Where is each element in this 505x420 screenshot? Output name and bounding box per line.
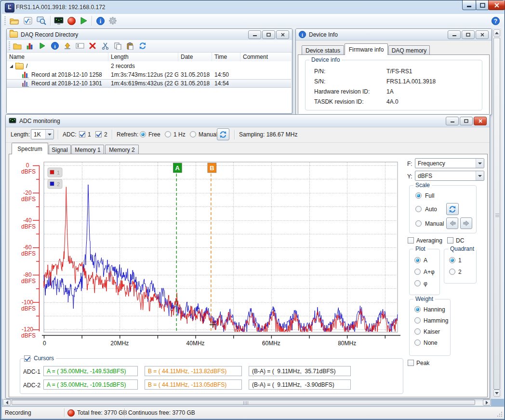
chevron-down-icon[interactable]: [476, 171, 484, 180]
tab-firmware-info[interactable]: Firmware info: [345, 43, 388, 55]
adc2-checkbox[interactable]: [95, 131, 102, 137]
close-button[interactable]: [488, 0, 505, 10]
scroll-down-button[interactable]: [493, 390, 500, 397]
adc-window-titlebar[interactable]: ADC monitoring: [6, 115, 490, 127]
chevron-down-icon[interactable]: [476, 159, 484, 168]
weight-none-radio[interactable]: [414, 339, 421, 346]
settings-button[interactable]: [107, 15, 119, 27]
dc-checkbox[interactable]: [447, 237, 453, 244]
copy-button[interactable]: [112, 40, 123, 52]
column-header-length[interactable]: Length: [108, 53, 178, 61]
spectrum-plot[interactable]: 0dBFS-20dBFS-40dBFS-60dBFS-80dBFS-100dBF…: [10, 157, 403, 350]
tab-daq-memory[interactable]: DAQ memory: [388, 45, 430, 55]
horizontal-scroll-thumb[interactable]: [12, 400, 475, 405]
field-label-sn: S/N:: [314, 78, 325, 85]
plot-phi-radio[interactable]: [414, 280, 421, 286]
vertical-scrollbar[interactable]: [492, 28, 501, 398]
preferences-button[interactable]: [22, 15, 34, 27]
scale-full-radio[interactable]: [415, 192, 422, 199]
device-browser-button[interactable]: [36, 15, 47, 27]
delete-button[interactable]: [87, 40, 98, 52]
open-folder-button[interactable]: [9, 15, 20, 27]
scale-left-button[interactable]: [446, 217, 458, 229]
length-combo[interactable]: 1K: [31, 129, 54, 139]
resize-grip[interactable]: [497, 411, 503, 417]
quadrant-2-radio[interactable]: [449, 269, 455, 275]
daq-window-titlebar[interactable]: DAQ Record Directory: [7, 29, 292, 41]
scale-group-title: Scale: [413, 182, 432, 189]
column-header-name[interactable]: Name: [7, 53, 108, 61]
column-header-date[interactable]: Date: [178, 53, 212, 61]
refresh-manual-radio[interactable]: [190, 131, 196, 137]
tree-expander-icon[interactable]: [10, 65, 13, 68]
device-minimize-button[interactable]: [448, 30, 461, 39]
scale-right-button[interactable]: [460, 217, 472, 229]
device-restore-button[interactable]: [462, 30, 475, 39]
table-row-record-1[interactable]: Record at 2018-12-10 1258 1m:3s:743ms:12…: [7, 70, 291, 79]
column-header-time[interactable]: Time: [212, 53, 240, 61]
adc1-checkbox[interactable]: [79, 131, 85, 137]
device-window-titlebar[interactable]: i Device Info: [296, 29, 492, 41]
toolbar-grip[interactable]: [9, 41, 10, 50]
scale-auto-refresh-button[interactable]: [446, 203, 459, 215]
tab-device-status[interactable]: Device status: [302, 45, 344, 55]
new-folder-button[interactable]: [12, 40, 23, 52]
f-axis-combo[interactable]: Frequency: [415, 158, 484, 168]
tab-memory-1[interactable]: Memory 1: [71, 145, 104, 154]
daq-restore-button[interactable]: [262, 30, 275, 39]
info-button[interactable]: i: [94, 15, 106, 27]
daq-minimize-button[interactable]: [248, 30, 261, 39]
scale-manual-radio[interactable]: [415, 220, 422, 227]
paste-button[interactable]: [124, 40, 136, 52]
scroll-left-button[interactable]: [3, 399, 11, 406]
averaging-checkbox[interactable]: [408, 237, 414, 244]
device-close-button[interactable]: [476, 30, 489, 39]
quadrant-1-radio[interactable]: [449, 257, 455, 263]
cursors-checkbox[interactable]: [24, 355, 30, 362]
tab-memory-2[interactable]: Memory 2: [105, 145, 139, 154]
adc-monitor-button[interactable]: [53, 15, 65, 27]
scroll-up-button[interactable]: [493, 29, 500, 37]
horizontal-scrollbar[interactable]: [2, 399, 491, 406]
start-button[interactable]: [78, 15, 90, 27]
adc-minimize-button[interactable]: [446, 117, 459, 125]
tab-spectrum[interactable]: Spectrum: [12, 143, 48, 154]
toolbar-grip[interactable]: [4, 16, 6, 25]
adc-restore-button[interactable]: [460, 117, 473, 125]
weight-hamming-radio[interactable]: [414, 317, 421, 324]
minimize-button[interactable]: [462, 0, 477, 10]
help-button[interactable]: ?: [490, 15, 501, 27]
titlebar[interactable]: Ľ FRS1.1A.001.3918: 192.168.0.172: [0, 0, 505, 14]
vertical-scroll-thumb[interactable]: [493, 38, 500, 390]
table-row-root[interactable]: / 2 records: [7, 62, 291, 70]
scale-auto-radio[interactable]: [415, 206, 422, 212]
scroll-right-button[interactable]: [483, 399, 491, 406]
rename-button[interactable]: [74, 40, 86, 52]
info-button[interactable]: i: [49, 40, 61, 52]
new-record-button[interactable]: [24, 40, 36, 52]
play-button[interactable]: [37, 40, 48, 52]
chevron-down-icon[interactable]: [45, 130, 53, 139]
refresh-1hz-radio[interactable]: [165, 131, 171, 137]
daq-table-header[interactable]: Name Length Date Time Comment: [7, 53, 291, 62]
weight-hanning-radio[interactable]: [414, 306, 421, 312]
refresh-button[interactable]: [137, 40, 148, 52]
export-button[interactable]: [62, 40, 73, 52]
table-row-record-2-selected[interactable]: Record at 2018-12-10 1301 1m:4s:619ms:43…: [7, 79, 291, 88]
adc-close-button[interactable]: [474, 117, 487, 125]
manual-refresh-button[interactable]: [217, 128, 229, 140]
record-button[interactable]: [66, 15, 77, 27]
daq-close-button[interactable]: [276, 30, 289, 39]
weight-kaiser-radio[interactable]: [414, 328, 421, 335]
separator: [234, 130, 235, 139]
column-header-comment[interactable]: Comment: [240, 53, 291, 61]
settings-icon: [108, 16, 117, 25]
peak-checkbox[interactable]: [408, 360, 414, 366]
refresh-free-radio[interactable]: [140, 131, 146, 137]
plot-a-phi-radio[interactable]: [414, 269, 421, 275]
y-axis-combo[interactable]: dBFS: [415, 171, 484, 181]
plot-a-radio[interactable]: [414, 257, 421, 263]
tab-signal[interactable]: Signal: [49, 145, 71, 154]
cut-button[interactable]: [99, 40, 111, 52]
maximize-button[interactable]: [476, 0, 489, 10]
